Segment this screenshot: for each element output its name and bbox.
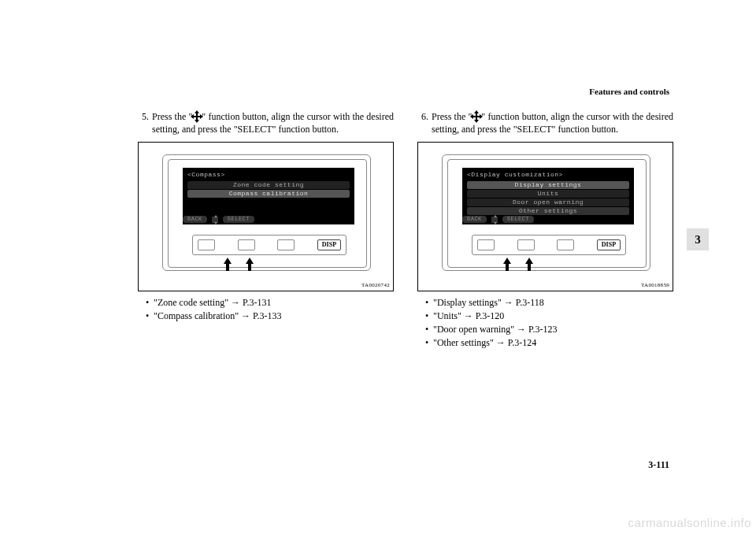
section-header: Features and controls (589, 87, 669, 96)
screen-title: <Compass> (187, 171, 350, 180)
menu-row: Other settings (467, 207, 629, 215)
display-bezel: <Compass> Zone code setting Compass cali… (162, 154, 371, 271)
left-column: 5. Press the "" function button, align t… (138, 110, 394, 350)
list-item: "Zone code setting" → P.3-131 (154, 296, 394, 310)
hw-button (198, 239, 215, 250)
lcd-screen: <Display customization> Display settings… (462, 168, 634, 224)
hw-button (477, 239, 495, 250)
dpad-icon (212, 217, 218, 223)
watermark: carmanualsonline.info (628, 516, 751, 529)
reference-list: "Zone code setting" → P.3-131 "Compass c… (138, 296, 394, 323)
hw-button (517, 239, 535, 250)
page-number: 3-111 (648, 459, 669, 471)
fn-select-label: SELECT (223, 216, 254, 223)
step-text-a: Press the " (152, 111, 192, 122)
list-item: "Display settings" → P.3-118 (433, 296, 673, 310)
arrow-up-icon (246, 258, 254, 272)
menu-row-selected: Display settings (467, 181, 629, 189)
reference-list: "Display settings" → P.3-118 "Units" → P… (417, 296, 673, 349)
disp-button: DISP (597, 239, 621, 250)
fn-back-label: BACK (183, 216, 207, 223)
hw-button (277, 239, 295, 250)
step-text: Press the "" function button, align the … (152, 110, 394, 135)
button-row: DISP (472, 235, 626, 255)
lcd-screen: <Compass> Zone code setting Compass cali… (183, 168, 354, 224)
step-number: 5. (138, 110, 152, 135)
chapter-tab: 3 (687, 228, 709, 250)
list-item: "Other settings" → P.3-124 (433, 336, 673, 350)
figure-left: <Compass> Zone code setting Compass cali… (138, 142, 394, 291)
step-number: 6. (417, 110, 432, 135)
menu-row-selected: Compass calibration (187, 190, 350, 198)
button-row: DISP (192, 235, 346, 255)
list-item: "Compass calibration" → P.3-133 (154, 310, 394, 323)
menu-row: Zone code setting (187, 181, 350, 189)
list-item: "Door open warning" → P.3-123 (433, 323, 673, 336)
list-item: "Units" → P.3-120 (433, 310, 673, 323)
figure-code: TA0020742 (361, 282, 390, 289)
arrow-up-icon (525, 258, 533, 272)
fn-select-label: SELECT (502, 216, 534, 223)
fn-back-label: BACK (462, 216, 487, 223)
menu-row: Units (467, 190, 629, 198)
disp-button: DISP (317, 239, 341, 250)
hw-button (557, 239, 574, 250)
hw-button (238, 239, 255, 250)
figure-right: <Display customization> Display settings… (417, 142, 673, 291)
figure-code: TA0018859 (641, 282, 669, 289)
arrow-up-icon (503, 258, 511, 272)
menu-row: Door open warning (467, 198, 629, 206)
arrow-up-icon (224, 258, 232, 272)
dpad-icon (472, 112, 481, 121)
right-column: 6. Press the "" function button, align t… (417, 110, 673, 350)
dpad-icon (192, 112, 202, 121)
screen-title: <Display customization> (467, 171, 629, 180)
display-bezel: <Display customization> Display settings… (442, 154, 650, 271)
dpad-icon (491, 217, 498, 223)
step-text: Press the "" function button, align the … (432, 110, 673, 135)
step-text-a: Press the " (432, 111, 472, 122)
